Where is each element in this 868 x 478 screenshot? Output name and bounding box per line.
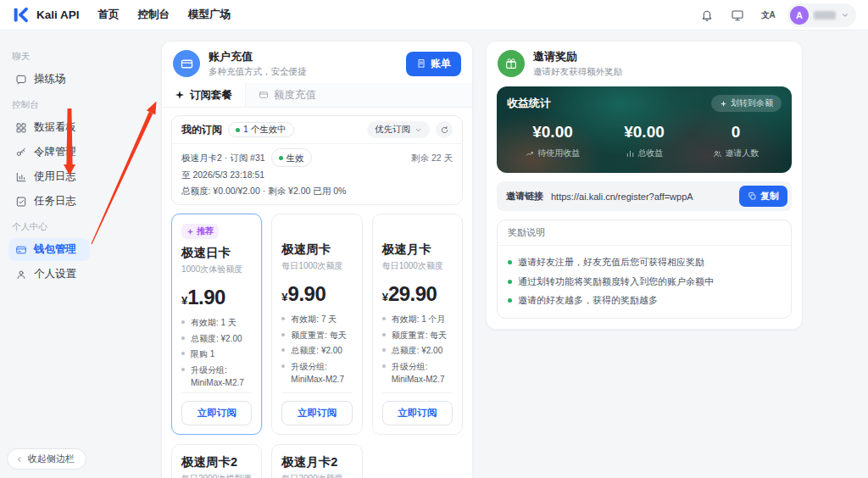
- sidebar-item-wallet[interactable]: 钱包管理: [8, 238, 90, 261]
- key-icon: [15, 147, 27, 158]
- plan-feature: 总额度: ¥2.00: [281, 344, 352, 358]
- checklist-icon: [15, 196, 27, 208]
- sidebar-item-label: 任务日志: [34, 194, 76, 208]
- translate-icon: 文A: [761, 9, 775, 21]
- plan-features: 有效期: 1 个月 额度重置: 每天 总额度: ¥2.00 升级分组: Mini…: [382, 313, 453, 389]
- stat-invited-count: 0 邀请人数: [690, 123, 782, 159]
- top-nav: Kali API 首页 控制台 模型广场 文A A: [0, 0, 868, 31]
- transfer-label: 划转到余额: [731, 97, 773, 109]
- plan-name: 极速周卡: [281, 242, 352, 258]
- plan-feature: 额度重置: 每天: [281, 329, 352, 342]
- stat-label: 总收益: [638, 147, 664, 159]
- sidebar-item-playground[interactable]: 操练场: [8, 68, 80, 91]
- chevron-left-icon: [15, 455, 24, 464]
- sidebar-item-label: 令牌管理: [34, 145, 76, 159]
- sidebar-item-label: 数据看板: [34, 120, 76, 135]
- plan-card-daily[interactable]: 推荐 极速日卡 1000次体验额度 ¥1.90 有效期: 1 天 总额度: ¥2…: [171, 214, 262, 435]
- trend-icon: [526, 149, 535, 158]
- stat-value: ¥0.00: [507, 123, 598, 142]
- sidebar-item-settings[interactable]: 个人设置: [8, 263, 90, 286]
- sidebar-section-console: 控制台: [12, 99, 146, 111]
- sidebar-section-personal: 个人中心: [12, 221, 146, 233]
- user-menu[interactable]: A: [787, 3, 856, 27]
- people-icon: [713, 149, 722, 158]
- plan-price: ¥29.90: [382, 282, 453, 306]
- sort-dropdown[interactable]: 优先订阅: [367, 121, 430, 138]
- chevron-down-icon: [841, 11, 849, 19]
- copy-link-button[interactable]: 复制: [739, 186, 787, 207]
- plan-price: ¥9.90: [281, 282, 352, 306]
- plan-feature: 额度重置: 每天: [382, 329, 453, 342]
- plan-feature: 限购 1: [181, 347, 252, 361]
- plan-name: 极速日卡: [181, 245, 252, 261]
- nav-item-console[interactable]: 控制台: [138, 8, 170, 22]
- invite-icon-circle: [498, 50, 525, 77]
- plan-card-monthly[interactable]: 极速月卡 每日1000次额度 ¥29.90 有效期: 1 个月 额度重置: 每天…: [372, 214, 463, 435]
- chevron-down-icon: [415, 126, 422, 134]
- plan-price: ¥1.90: [181, 286, 252, 309]
- collapse-sidebar-button[interactable]: 收起侧边栏: [7, 448, 86, 470]
- stat-total-earnings: ¥0.00 总收益: [598, 123, 690, 159]
- plan-card-weekly[interactable]: 极速周卡 每日1000次额度 ¥9.90 有效期: 7 天 额度重置: 每天 总…: [271, 214, 362, 435]
- copy-icon: [748, 192, 757, 201]
- sidebar-item-dashboard[interactable]: 数据看板: [8, 116, 90, 139]
- earnings-stats-card: 收益统计 划转到余额 ¥0.00 待使用收益 ¥0.00: [497, 86, 792, 173]
- plan-feature: 总额度: ¥2.00: [181, 332, 252, 346]
- invite-panel: 邀请奖励 邀请好友获得额外奖励 收益统计 划转到余额 ¥0.00 待使用收益: [486, 41, 803, 330]
- plan-features: 有效期: 1 天 总额度: ¥2.00 限购 1 升级分组: MiniMax-M…: [181, 316, 252, 392]
- nav-item-home[interactable]: 首页: [98, 8, 120, 22]
- transfer-to-balance-button[interactable]: 划转到余额: [711, 95, 782, 112]
- plan-desc: 每日2000次模型调用: [181, 473, 252, 478]
- refresh-button[interactable]: [436, 121, 453, 138]
- subscription-usage: 总额度: ¥0.00/¥2.00 · 剩余 ¥2.00 已用 0%: [181, 183, 453, 198]
- sidebar-item-tokens[interactable]: 令牌管理: [8, 141, 90, 164]
- nav-item-model-plaza[interactable]: 模型广场: [188, 8, 231, 22]
- recharge-subtitle: 多种充值方式，安全便捷: [209, 66, 307, 78]
- plan-desc: 1000次体验额度: [181, 264, 252, 275]
- plan-card-monthly2[interactable]: 极速月卡2 每日2000次额度 ¥48 有效期: 1 个月 额度重置: 每天 总…: [271, 444, 362, 478]
- subscribe-button[interactable]: 立即订阅: [382, 401, 453, 425]
- reward-rule: 邀请好友注册，好友充值后您可获得相应奖励: [508, 253, 781, 272]
- tab-quota-recharge[interactable]: 额度充值: [246, 83, 329, 107]
- display-button[interactable]: [726, 4, 748, 26]
- plan-name: 极速月卡: [382, 242, 453, 258]
- user-icon: [15, 269, 27, 281]
- subscribe-button[interactable]: 立即订阅: [281, 401, 352, 425]
- sidebar-item-usage-logs[interactable]: 使用日志: [8, 165, 90, 188]
- plan-feature: 有效期: 1 个月: [382, 313, 453, 326]
- my-subscription-title: 我的订阅: [181, 123, 222, 137]
- sparkle-icon: [186, 228, 194, 236]
- stat-label: 待使用收益: [538, 147, 581, 159]
- recommended-badge: 推荐: [181, 224, 219, 239]
- green-dot-icon: [279, 156, 283, 160]
- tab-subscription-plans[interactable]: 订阅套餐: [162, 83, 246, 107]
- wallet-icon: [180, 57, 194, 71]
- credit-card-icon: [15, 244, 27, 256]
- kali-logo-icon[interactable]: [12, 6, 30, 24]
- plan-grid: 推荐 极速日卡 1000次体验额度 ¥1.90 有效期: 1 天 总额度: ¥2…: [162, 214, 472, 478]
- nav-menu: 首页 控制台 模型广场: [98, 8, 231, 22]
- bill-button-label: 账单: [431, 57, 451, 71]
- subscribe-button[interactable]: 立即订阅: [181, 401, 252, 425]
- sidebar-section-chat: 聊天: [12, 51, 146, 63]
- invite-link-url: https://ai.kali.cn/register?aff=wppA: [551, 192, 732, 202]
- recharge-icon-circle: [173, 50, 200, 77]
- recharge-title: 账户充值: [209, 49, 307, 64]
- invite-link-row: 邀请链接 https://ai.kali.cn/register?aff=wpp…: [497, 181, 792, 211]
- sidebar-item-label: 使用日志: [34, 170, 76, 184]
- invite-subtitle: 邀请好友获得额外奖励: [533, 66, 622, 78]
- card-icon: [259, 90, 269, 100]
- sidebar-item-task-logs[interactable]: 任务日志: [8, 190, 90, 213]
- language-button[interactable]: 文A: [757, 4, 779, 26]
- my-subscription-box: 我的订阅 1 个生效中 优先订阅 极速月卡2 · 订阅 #31: [171, 115, 463, 205]
- status-badge: 生效: [271, 148, 312, 167]
- stat-label: 邀请人数: [726, 147, 760, 159]
- subscription-valid-until: 至 2026/5/3 23:18:51: [181, 167, 453, 182]
- notifications-button[interactable]: [696, 4, 718, 26]
- sidebar-item-label: 个人设置: [34, 267, 76, 281]
- bill-button[interactable]: 账单: [406, 52, 461, 76]
- username-redacted: [814, 11, 836, 19]
- tab-label: 订阅套餐: [190, 88, 232, 103]
- plan-card-weekly2[interactable]: 极速周卡2 每日2000次模型调用 ¥16 有效期: 7 天 额度重置: 每天 …: [171, 444, 262, 478]
- plan-desc: 每日1000次额度: [382, 260, 453, 272]
